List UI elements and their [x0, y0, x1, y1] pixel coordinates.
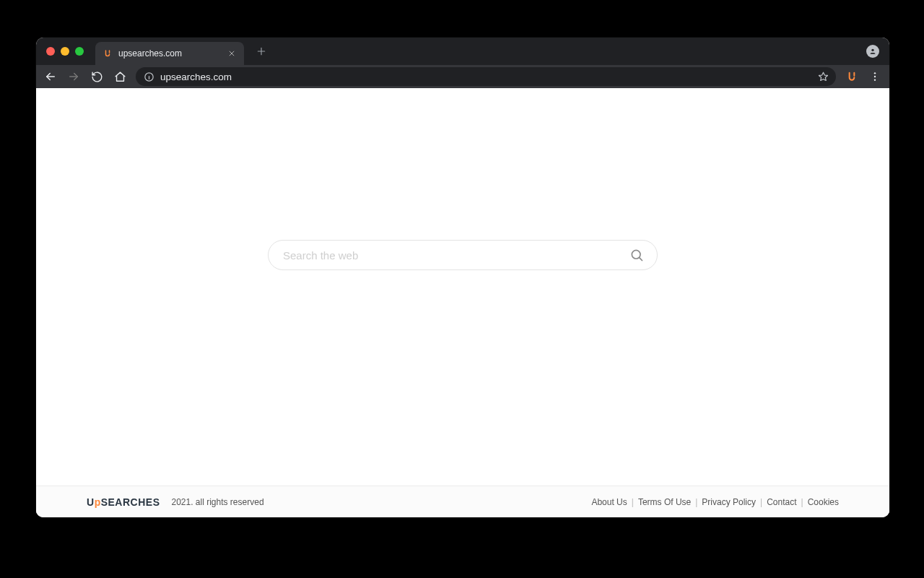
- site-info-icon[interactable]: [143, 71, 154, 82]
- bookmark-icon[interactable]: [817, 71, 829, 82]
- footer-link-cookies[interactable]: Cookies: [808, 497, 839, 507]
- browser-tab[interactable]: upsearches.com: [95, 42, 244, 65]
- svg-point-4: [874, 79, 876, 80]
- forward-button[interactable]: [66, 69, 81, 84]
- window-close-button[interactable]: [46, 47, 55, 56]
- svg-point-0: [871, 49, 873, 51]
- brand-text-right: SEARCHES: [101, 496, 160, 508]
- svg-point-2: [874, 72, 876, 74]
- new-tab-button[interactable]: [251, 41, 271, 61]
- profile-button[interactable]: [866, 45, 879, 58]
- extension-icon[interactable]: [845, 69, 859, 84]
- tab-strip: upsearches.com: [36, 38, 889, 65]
- search-box: [268, 240, 658, 270]
- window-minimize-button[interactable]: [61, 47, 69, 56]
- separator: |: [760, 497, 762, 507]
- browser-window: upsearches.com: [36, 38, 889, 517]
- tab-title: upsearches.com: [118, 48, 221, 59]
- favicon-icon: [103, 48, 113, 59]
- brand-text-accent: p: [95, 496, 101, 508]
- window-controls: [46, 47, 84, 56]
- back-button[interactable]: [43, 69, 58, 84]
- home-button[interactable]: [113, 69, 127, 84]
- browser-toolbar: [36, 65, 889, 88]
- separator: |: [695, 497, 697, 507]
- separator: |: [632, 497, 634, 507]
- search-input[interactable]: [283, 249, 628, 262]
- svg-point-3: [874, 76, 876, 77]
- brand-text-left: U: [87, 496, 95, 508]
- tab-close-button[interactable]: [227, 48, 237, 59]
- svg-point-5: [632, 250, 640, 259]
- footer-link-contact[interactable]: Contact: [767, 497, 796, 507]
- url-input[interactable]: [160, 72, 811, 82]
- footer-link-about[interactable]: About Us: [591, 497, 627, 507]
- window-maximize-button[interactable]: [75, 47, 84, 56]
- reload-button[interactable]: [90, 69, 104, 84]
- address-bar[interactable]: [136, 67, 836, 86]
- footer-link-privacy[interactable]: Privacy Policy: [702, 497, 756, 507]
- browser-menu-button[interactable]: [868, 69, 882, 84]
- separator: |: [801, 497, 803, 507]
- search-button[interactable]: [628, 246, 645, 264]
- copyright-text: 2021. all rights reserved: [171, 497, 263, 507]
- page-footer: UpSEARCHES 2021. all rights reserved Abo…: [36, 486, 889, 517]
- brand-logo: UpSEARCHES: [87, 496, 160, 508]
- page-content: UpSEARCHES 2021. all rights reserved Abo…: [36, 88, 889, 517]
- search-container: [268, 240, 658, 270]
- footer-link-terms[interactable]: Terms Of Use: [638, 497, 691, 507]
